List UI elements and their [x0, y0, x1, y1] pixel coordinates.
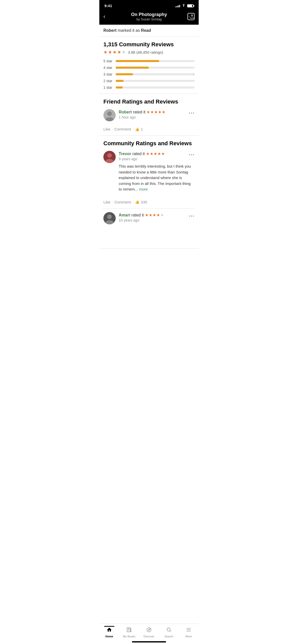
review-options-button[interactable]: ··· — [189, 110, 195, 116]
star-5: ★ — [122, 49, 126, 55]
bar-4star: 4 star — [103, 66, 195, 70]
review-header: Amari rated it ★ ★ ★ ★ ★ — [119, 212, 195, 217]
review-text: This was terribly interesting, but I thi… — [119, 164, 195, 192]
community-reviews-section: 1,315 Community Reviews ★ ★ ★ ★ ★ 3.88 (… — [99, 37, 199, 94]
bar-1star: 1 star — [103, 85, 195, 90]
read-more-link[interactable]: more — [139, 187, 148, 191]
avatar — [103, 212, 116, 224]
review-content: Trevor rated it ★ ★ ★ ★ ★ 9 years ago Th… — [119, 151, 195, 194]
read-banner: Robert marked it as Read — [99, 25, 199, 37]
average-stars: ★ ★ ★ ★ ★ — [103, 49, 126, 55]
friend-reviews-section: Friend Ratings and Reviews Robert rated … — [99, 94, 199, 136]
review-content: Amari rated it ★ ★ ★ ★ ★ 10 years ago — [119, 212, 195, 222]
community-section-title: Community Ratings and Reviews — [103, 140, 195, 147]
review-time: 10 years ago — [119, 218, 195, 222]
nav-header: ‹ On Photography by Susan Sontag — [99, 10, 199, 25]
list-item: Trevor rated it ★ ★ ★ ★ ★ 9 years ago Th… — [103, 151, 195, 194]
thumb-icon: 👍 — [135, 127, 139, 131]
svg-point-4 — [107, 153, 112, 158]
review-stars: ★ ★ ★ ★ ★ — [145, 213, 164, 217]
book-title: On Photography — [113, 12, 185, 17]
review-header: Robert rated it ★ ★ ★ ★ ★ — [119, 109, 195, 114]
battery-icon — [187, 4, 194, 7]
review-content: Robert rated it ★ ★ ★ ★ ★ 1 hour ago — [119, 109, 195, 119]
review-stars: ★ ★ ★ ★ ★ — [146, 151, 165, 156]
community-reviews-title: 1,315 Community Reviews — [103, 41, 195, 48]
svg-point-1 — [107, 111, 112, 116]
banner-status: Read — [141, 28, 151, 33]
review-actions: Like · Comment · 👍 1 — [103, 125, 195, 135]
bar-3star: 3 star — [103, 72, 195, 76]
like-button[interactable]: Like — [103, 200, 111, 204]
book-author: by Susan Sontag — [113, 17, 185, 21]
banner-username: Robert — [103, 28, 117, 33]
review-options-button[interactable]: ··· — [189, 152, 195, 158]
bottom-spacer — [103, 228, 195, 248]
status-bar: 9:41 — [99, 0, 199, 10]
like-button[interactable]: Like — [103, 127, 111, 131]
bar-5star: 5 star — [103, 59, 195, 63]
share-button[interactable] — [185, 13, 195, 20]
review-header: Trevor rated it ★ ★ ★ ★ ★ — [119, 151, 195, 156]
separator — [103, 208, 195, 209]
friend-reviews-title: Friend Ratings and Reviews — [103, 98, 195, 105]
rated-it-label: rated it — [133, 110, 146, 114]
rating-bars[interactable]: 5 star 4 star 3 star 2 star 1 star › — [103, 59, 195, 90]
review-time: 9 years ago — [119, 157, 195, 161]
rating-summary: ★ ★ ★ ★ ★ 3.88 (48,450 ratings) — [103, 49, 195, 55]
back-button[interactable]: ‹ — [103, 13, 113, 20]
reviewer-name: Robert — [119, 110, 132, 114]
review-actions: Like · Comment · 👍 335 — [103, 198, 195, 208]
reviewer-name: Trevor — [119, 152, 131, 156]
reviewer-name: Amari — [119, 213, 130, 217]
star-1: ★ — [103, 49, 107, 55]
list-item: Robert rated it ★ ★ ★ ★ ★ 1 hour ago ··· — [103, 109, 195, 121]
review-stars: ★ ★ ★ ★ ★ — [146, 110, 165, 114]
bars-chevron-icon: › — [193, 72, 195, 77]
star-2: ★ — [108, 49, 112, 55]
svg-point-7 — [107, 214, 112, 219]
community-section: Community Ratings and Reviews Trevor rat… — [99, 136, 199, 248]
time: 9:41 — [104, 4, 112, 8]
star-3: ★ — [113, 49, 117, 55]
avatar — [103, 151, 116, 163]
review-options-button[interactable]: ··· — [189, 213, 195, 219]
comment-button[interactable]: Comment — [114, 127, 131, 131]
status-icons — [175, 4, 194, 8]
like-count: 1 — [141, 127, 143, 131]
list-item: Amari rated it ★ ★ ★ ★ ★ 10 years ago ··… — [103, 212, 195, 224]
rated-it-label: rated it — [132, 152, 146, 156]
bar-2star: 2 star — [103, 79, 195, 83]
star-4: ★ — [117, 49, 121, 55]
wifi-icon — [182, 4, 186, 8]
rated-it-label: rated it — [131, 213, 145, 217]
average-rating: 3.88 (48,450 ratings) — [128, 50, 163, 54]
signal-icon — [175, 4, 180, 7]
thumb-icon: 👍 — [135, 200, 139, 204]
review-time: 1 hour ago — [119, 115, 195, 119]
comment-button[interactable]: Comment — [114, 200, 131, 204]
like-count: 335 — [141, 200, 147, 204]
avatar — [103, 109, 116, 121]
nav-title: On Photography by Susan Sontag — [113, 12, 185, 21]
